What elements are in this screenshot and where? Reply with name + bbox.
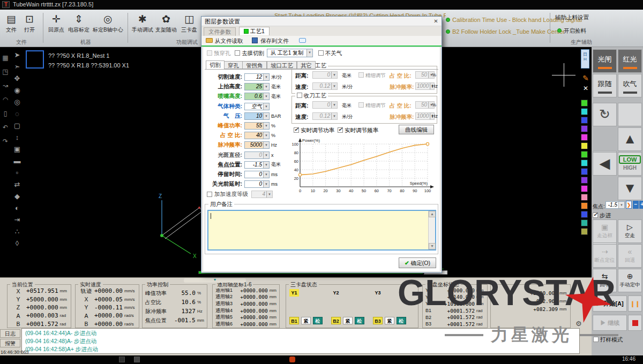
sidebar-tool-icon[interactable]: ◠: [0, 93, 11, 107]
output-toggle-button[interactable]: 光闸: [593, 49, 617, 73]
taskbar-app-icon[interactable]: [119, 357, 125, 362]
palette-swatch[interactable]: [581, 168, 588, 175]
tab-corner[interactable]: 管拐角: [242, 61, 267, 69]
start-button[interactable]: ▶ 开始[A]: [593, 295, 627, 312]
ribbon-button[interactable]: ✿支架随动: [154, 12, 178, 34]
rotate-chuck-plus-button[interactable]: ↻+: [593, 103, 617, 126]
realtime-power-checkbox[interactable]: 实时调节功率: [294, 127, 334, 134]
sidebar-tool-icon[interactable]: ◐: [11, 202, 24, 214]
clamp-loose-button[interactable]: 松: [397, 317, 406, 324]
palette-swatch[interactable]: [581, 177, 588, 184]
part-thumbnail[interactable]: [26, 50, 44, 69]
sidebar-tool-icon[interactable]: ⇄: [11, 179, 24, 191]
sidebar-tool-icon[interactable]: ◉: [11, 85, 24, 96]
sidebar-tool-icon[interactable]: ◊: [11, 238, 24, 249]
palette-swatch[interactable]: [581, 194, 588, 201]
parameter-input[interactable]: 0▼: [244, 171, 270, 178]
edit-pencil-icon[interactable]: ✎: [581, 74, 590, 82]
sidebar-tool-icon[interactable]: ↶: [0, 121, 11, 135]
clamp-tight-button[interactable]: 紧: [343, 317, 353, 324]
sidebar-tool-icon[interactable]: ⇥: [11, 214, 24, 226]
palette-swatch[interactable]: [581, 185, 588, 192]
parameter-input[interactable]: 0▼: [244, 151, 270, 159]
motion-button[interactable]: ⊕ 手动定中: [618, 269, 642, 292]
parameter-input[interactable]: 12▼: [244, 73, 270, 81]
tab-other[interactable]: 其它: [297, 61, 316, 69]
palette-swatch[interactable]: [581, 219, 588, 226]
read-from-file-button[interactable]: 从文件读取: [215, 37, 243, 45]
palette-swatch[interactable]: [581, 211, 588, 218]
copy-from-select[interactable]: 从 工艺1 复制▼: [267, 49, 313, 57]
parameter-input[interactable]: 0.6▼: [244, 93, 270, 100]
comment-bubble-icon[interactable]: [299, 38, 306, 43]
clamp-tight-button[interactable]: 紧: [301, 317, 311, 324]
taskbar-app-icon[interactable]: [289, 357, 295, 362]
parameter-input[interactable]: 5000▼: [244, 141, 270, 149]
notes-scrollbar[interactable]: ▲▼: [428, 211, 435, 249]
clamp-tight-button[interactable]: 紧: [385, 317, 394, 324]
sidebar-tool-icon[interactable]: ▢: [11, 120, 24, 132]
sample-mode-checkbox[interactable]: 打样模式: [593, 336, 623, 344]
sidebar-tool-icon[interactable]: ◎: [11, 96, 24, 108]
jog-down-button[interactable]: ▼: [618, 177, 642, 200]
realtime-freq-checkbox[interactable]: 实时调节频率: [338, 127, 378, 134]
parameter-input[interactable]: 25▼: [244, 83, 270, 90]
ok-button[interactable]: ✔ 确定(O): [399, 257, 436, 268]
aux-pick-toggle[interactable]: 开启捡料: [557, 25, 586, 35]
ribbon-button[interactable]: ◫三卡盘: [178, 12, 200, 34]
tab-pierce[interactable]: 穿孔: [224, 61, 243, 69]
motion-button[interactable]: ▣ 走边框: [593, 219, 617, 243]
output-toggle-button[interactable]: 跟随: [593, 74, 617, 97]
ribbon-button[interactable]: ⊡打开: [20, 12, 39, 34]
sidebar-tool-icon[interactable]: ➤: [11, 49, 24, 61]
panel-tab[interactable]: 日H: [581, 49, 589, 69]
tab-cut[interactable]: 切割: [206, 60, 225, 70]
focus-plus-button[interactable]: +: [639, 201, 643, 209]
step-mode-checkbox[interactable]: 步进: [593, 212, 611, 219]
sidebar-tool-icon[interactable]: ↕: [11, 132, 24, 143]
tab-bevel[interactable]: 坡口工艺: [267, 61, 297, 69]
sidebar-tool-icon[interactable]: ➣: [11, 61, 24, 73]
jog-left-button[interactable]: ◀: [593, 152, 617, 176]
clamp-loose-button[interactable]: 松: [355, 317, 364, 324]
sidebar-tool-icon[interactable]: ▬: [11, 155, 24, 167]
tab-process-1[interactable]: 工艺1: [239, 27, 270, 35]
resume-button[interactable]: ▶ 继续: [593, 315, 627, 331]
log-list[interactable]: (09-04 16:42:44)A- 步进点动(09-04 16:42:48)A…: [21, 328, 580, 354]
save-to-file-button[interactable]: 保存到文件: [260, 37, 289, 45]
taskbar-app-icon[interactable]: [134, 357, 140, 362]
motion-button[interactable]: ▷ 空走: [618, 219, 642, 243]
parameter-input[interactable]: 0▼: [244, 180, 270, 188]
sidebar-tool-icon[interactable]: ∴: [11, 226, 24, 238]
palette-swatch[interactable]: [581, 228, 588, 235]
parameter-input[interactable]: 空气▼: [244, 103, 270, 110]
palette-swatch[interactable]: [581, 100, 588, 107]
sidebar-tool-icon[interactable]: ▯: [0, 107, 11, 121]
option-film-cut[interactable]: 去膜切割: [235, 50, 264, 57]
parameter-input[interactable]: 55▼: [244, 122, 270, 130]
option-pre-pierce[interactable]: 预穿孔: [207, 50, 231, 57]
collapse-handle[interactable]: ▼: [184, 278, 246, 283]
palette-swatch[interactable]: [581, 108, 588, 115]
stop-button[interactable]: [628, 315, 642, 331]
palette-swatch[interactable]: [581, 134, 588, 141]
ribbon-button[interactable]: ✱手动调试: [131, 12, 154, 34]
palette-swatch[interactable]: [581, 142, 588, 149]
close-strip-icon[interactable]: ✕: [581, 85, 590, 92]
motion-button[interactable]: ⇆ 回中: [593, 269, 617, 292]
sidebar-tool-icon[interactable]: ◌: [11, 108, 24, 120]
parameter-input[interactable]: 40▼: [244, 132, 270, 139]
gear-icon[interactable]: ⚙: [575, 320, 582, 328]
sidebar-tool-icon[interactable]: ◆: [11, 191, 24, 202]
palette-swatch[interactable]: [581, 202, 588, 209]
aux-loading-settings[interactable]: 辅助上料设置: [555, 14, 589, 21]
focus-input[interactable]: -1.5▼: [605, 201, 625, 209]
focus-minus-button[interactable]: −: [633, 201, 639, 209]
tab-log[interactable]: 日志: [0, 329, 20, 338]
user-notes-textarea[interactable]: ▲▼: [207, 210, 436, 251]
clamp-loose-button[interactable]: 松: [313, 317, 323, 324]
pause-button[interactable]: ❙❙: [628, 295, 642, 312]
dialog-close-button[interactable]: ✕: [432, 18, 440, 25]
tab-file-params[interactable]: 文件参数: [204, 27, 236, 36]
sidebar-tool-icon[interactable]: ▣: [11, 143, 24, 155]
